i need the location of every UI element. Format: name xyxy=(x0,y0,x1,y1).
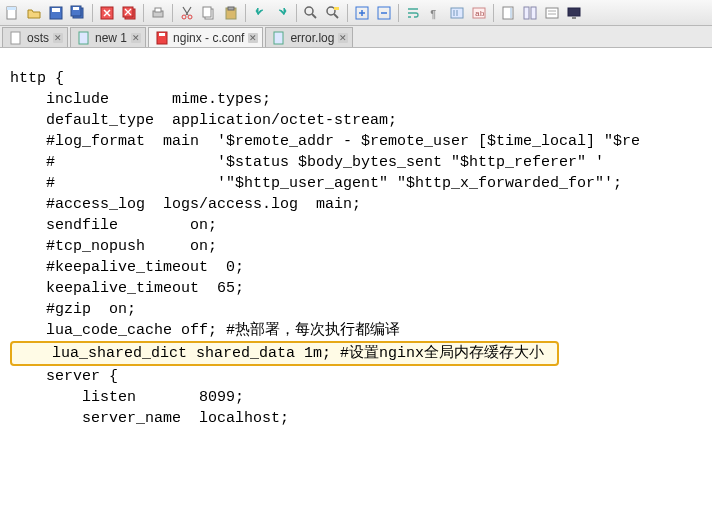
svg-rect-34 xyxy=(11,32,20,44)
tab-label: nginx - c.conf xyxy=(173,31,244,45)
paste-icon[interactable] xyxy=(221,3,241,23)
code-line: #log_format main '$remote_addr - $remote… xyxy=(10,131,712,152)
svg-rect-17 xyxy=(228,7,234,10)
svg-text:ab: ab xyxy=(475,9,485,18)
file-icon xyxy=(9,31,23,45)
close-all-icon[interactable] xyxy=(119,3,139,23)
undo-icon[interactable] xyxy=(250,3,270,23)
svg-rect-3 xyxy=(52,8,60,12)
zoom-in-icon[interactable] xyxy=(352,3,372,23)
svg-point-19 xyxy=(327,7,335,15)
toolbar-separator xyxy=(172,4,173,22)
toolbar-separator xyxy=(245,4,246,22)
toolbar-separator xyxy=(143,4,144,22)
svg-rect-28 xyxy=(510,8,512,18)
svg-text:¶: ¶ xyxy=(430,8,437,20)
code-line: #access_log logs/access.log main; xyxy=(10,194,712,215)
tab-label: new 1 xyxy=(95,31,127,45)
save-all-icon[interactable] xyxy=(68,3,88,23)
svg-rect-1 xyxy=(7,7,16,10)
tab-close-icon[interactable]: ✕ xyxy=(248,33,258,43)
tab-close-icon[interactable]: ✕ xyxy=(338,33,348,43)
print-icon[interactable] xyxy=(148,3,168,23)
code-line: #tcp_nopush on; xyxy=(10,236,712,257)
code-line: sendfile on; xyxy=(10,215,712,236)
svg-rect-20 xyxy=(334,7,339,10)
tab-label: osts xyxy=(27,31,49,45)
save-icon[interactable] xyxy=(46,3,66,23)
doc-map-icon[interactable] xyxy=(498,3,518,23)
code-line: include mime.types; xyxy=(10,89,712,110)
code-line: # '$status $body_bytes_sent "$http_refer… xyxy=(10,152,712,173)
toolbar-separator xyxy=(398,4,399,22)
copy-icon[interactable] xyxy=(199,3,219,23)
language-icon[interactable]: ab xyxy=(469,3,489,23)
svg-rect-29 xyxy=(524,7,529,19)
main-toolbar: ¶ ab xyxy=(0,0,712,26)
svg-rect-6 xyxy=(73,7,79,10)
svg-rect-15 xyxy=(203,7,211,17)
tab-hosts[interactable]: osts ✕ xyxy=(2,27,68,47)
highlighted-text: lua_shared_dict shared_data 1m; #设置nginx… xyxy=(10,341,559,366)
code-line: listen 8099; xyxy=(10,387,712,408)
code-highlight-line: lua_shared_dict shared_data 1m; #设置nginx… xyxy=(10,341,712,366)
indent-guide-icon[interactable] xyxy=(447,3,467,23)
wrap-icon[interactable] xyxy=(403,3,423,23)
svg-rect-11 xyxy=(155,8,161,12)
code-line: # '"$http_user_agent" "$http_x_forwarded… xyxy=(10,173,712,194)
folder-tree-icon[interactable] xyxy=(542,3,562,23)
svg-rect-32 xyxy=(568,8,580,16)
svg-point-13 xyxy=(188,15,192,19)
code-line: #keepalive_timeout 0; xyxy=(10,257,712,278)
svg-point-12 xyxy=(182,15,186,19)
tab-label: error.log xyxy=(290,31,334,45)
tab-error-log[interactable]: error.log ✕ xyxy=(265,27,353,47)
editor-area[interactable]: http { include mime.types; default_type … xyxy=(0,48,712,429)
toolbar-separator xyxy=(92,4,93,22)
code-line: http { xyxy=(10,68,712,89)
tab-new1[interactable]: new 1 ✕ xyxy=(70,27,146,47)
code-line: server { xyxy=(10,366,712,387)
code-line: keepalive_timeout 65; xyxy=(10,278,712,299)
func-list-icon[interactable] xyxy=(520,3,540,23)
disk-red-icon xyxy=(155,31,169,45)
file-blue-icon xyxy=(77,31,91,45)
redo-icon[interactable] xyxy=(272,3,292,23)
tab-close-icon[interactable]: ✕ xyxy=(131,33,141,43)
svg-rect-33 xyxy=(572,17,576,19)
svg-point-18 xyxy=(305,7,313,15)
svg-rect-30 xyxy=(531,7,536,19)
svg-rect-37 xyxy=(159,33,165,36)
close-icon[interactable] xyxy=(97,3,117,23)
tab-close-icon[interactable]: ✕ xyxy=(53,33,63,43)
svg-rect-31 xyxy=(546,8,558,18)
svg-rect-38 xyxy=(274,32,283,44)
show-all-chars-icon[interactable]: ¶ xyxy=(425,3,445,23)
file-blue-icon xyxy=(272,31,286,45)
find-icon[interactable] xyxy=(301,3,321,23)
cut-icon[interactable] xyxy=(177,3,197,23)
code-line: lua_code_cache off; #热部署，每次执行都编译 xyxy=(10,320,712,341)
replace-icon[interactable] xyxy=(323,3,343,23)
monitor-icon[interactable] xyxy=(564,3,584,23)
tab-nginx-conf[interactable]: nginx - c.conf ✕ xyxy=(148,27,263,47)
new-file-icon[interactable] xyxy=(2,3,22,23)
code-line: #gzip on; xyxy=(10,299,712,320)
svg-rect-35 xyxy=(79,32,88,44)
code-line: server_name localhost; xyxy=(10,408,712,429)
toolbar-separator xyxy=(493,4,494,22)
toolbar-separator xyxy=(296,4,297,22)
tab-bar: osts ✕ new 1 ✕ nginx - c.conf ✕ error.lo… xyxy=(0,26,712,48)
code-line: default_type application/octet-stream; xyxy=(10,110,712,131)
toolbar-separator xyxy=(347,4,348,22)
zoom-out-icon[interactable] xyxy=(374,3,394,23)
open-icon[interactable] xyxy=(24,3,44,23)
